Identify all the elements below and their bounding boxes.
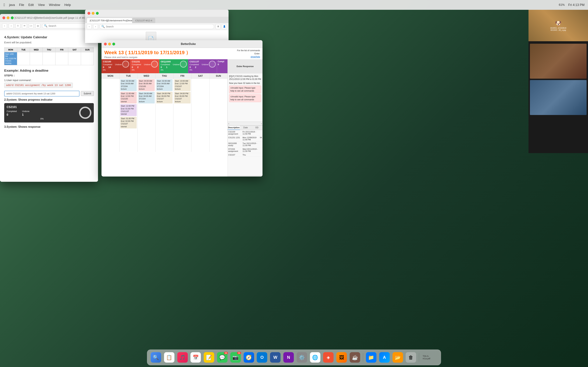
messages-badge: 16 — [224, 352, 228, 354]
dock-item-notes[interactable]: 📝 — [203, 351, 215, 363]
right-panel-image: 🐶 464893_10150818601943...38_o.jpg — [528, 10, 588, 41]
cal-header-tue: TUE — [17, 47, 30, 52]
menu-file[interactable]: File — [19, 3, 24, 7]
dock-item-coffee[interactable]: ☕ — [349, 351, 361, 363]
dock-item-safari[interactable]: 🧭 — [243, 351, 255, 363]
event-st2334-tue-1: Start: 02:00 AM End: 04:00 AM ST2334 lec… — [120, 79, 137, 91]
task-desc-4: ST2334 assignment — [228, 147, 242, 153]
bd-minimize-btn[interactable] — [108, 43, 111, 45]
day-header-mon: MON — [102, 73, 120, 78]
dock-item-files2[interactable]: 📂 — [392, 351, 404, 363]
pencil-button[interactable]: ✏ — [22, 23, 27, 28]
dock-item-pdf[interactable]: T04-A-m1a.pdf — [421, 351, 438, 363]
cs1231-undone-val: 2 — [137, 66, 138, 68]
dock-item-word[interactable]: W — [269, 351, 281, 363]
dock-item-files[interactable]: 📁 — [365, 351, 377, 363]
duke-tab-date[interactable]: Date — [240, 126, 251, 130]
browser-fwd-btn[interactable]: › — [93, 24, 98, 29]
cal-header-sun: SUN — [81, 47, 94, 52]
browser-back-btn[interactable]: ‹ — [87, 24, 92, 29]
menu-edit[interactable]: Edit — [28, 3, 34, 7]
duke-tab-od[interactable]: OD — [251, 126, 262, 130]
menu-window[interactable]: Window — [49, 3, 60, 7]
browser-close-btn[interactable] — [87, 12, 90, 15]
event-cs2107-fri-2: Start: 04:00 PM End: 06:00 PM CS2107 lec… — [174, 92, 190, 104]
commands-link[interactable]: show/help — [237, 55, 260, 58]
duke-tab-description[interactable]: Description — [228, 126, 240, 130]
browser-share-btn[interactable]: ⬆ — [216, 24, 221, 29]
cs2113t-completed-label: Completed — [190, 63, 199, 66]
left-pdf-content: 4.System: Update Calendar Event will be … — [0, 30, 98, 182]
dock-item-trash[interactable]: 🗑 — [405, 351, 417, 363]
dock-item-facetime[interactable]: 📷 31 — [230, 351, 242, 363]
dock-item-git[interactable]: ◈ — [322, 351, 334, 363]
calendar-icon: 📅 — [190, 352, 201, 363]
task-date-2: Mon 12/08/2019 11:59 PM — [242, 136, 259, 142]
browser-window: [CS2113T-T09-4][Entertainment-Pro]Develo… — [85, 10, 229, 43]
event-start: Start: 04:00 PM — [157, 92, 172, 95]
menu-app-name[interactable]: java — [9, 3, 15, 7]
dock-item-finder[interactable]: 🔍 — [150, 351, 162, 363]
dock-item-chrome[interactable]: 🌐 — [309, 351, 321, 363]
cal-header-wed: WED — [30, 47, 43, 52]
event-start: Start: 02:00 AM — [157, 80, 172, 82]
right-panel-thumb-1 — [530, 44, 587, 79]
browser-minimize-btn[interactable] — [92, 12, 95, 15]
day-col-thu: Start: 02:00 AM End: 04:00 AM ST2334 lec… — [156, 78, 173, 152]
duke-scroll-nav: ‹ › — [228, 122, 262, 125]
zoom-button[interactable]: ⇧ — [15, 23, 20, 28]
cs2113t-undone-val: 2 — [195, 66, 196, 68]
browser-person-btn[interactable]: 👤 — [222, 24, 227, 29]
table-row: ST2334 assignment Wed 20/11/2019 - 11:59… — [228, 147, 262, 153]
event-st2334-thu: Start: 02:00 AM End: 04:00 AM ST2334 lec… — [156, 79, 173, 91]
duke-msg-1: [E][✗] CS2101 meeting by Mon 25/11/2019 … — [229, 75, 261, 81]
dock-item-appstore[interactable]: A — [379, 351, 390, 363]
bookmark-button[interactable]: ◎ — [35, 23, 40, 28]
back-button[interactable]: ‹ — [2, 23, 7, 28]
bd-maximize-btn[interactable] — [112, 43, 115, 45]
day-col-fri: Start: 10:00 AM End: 12:00 PM CS2107 lec… — [173, 78, 191, 152]
task-desc-3: GEQ1000 essay — [228, 142, 242, 147]
menu-view[interactable]: View — [38, 3, 45, 7]
bd-main: CS2100 Completed Undone 0 14 0% — [102, 59, 262, 176]
event-end: End: 12:00 PM — [121, 95, 136, 98]
duke-scroll-right[interactable]: › — [261, 122, 262, 125]
cs2113t-undone-label: Undone — [202, 63, 208, 66]
menu-bar:  java File Edit View Window Help 61% Fr… — [0, 0, 588, 10]
task-od-5 — [259, 153, 262, 157]
duke-scroll-right-bottom[interactable]: › — [261, 176, 262, 176]
dock: 🔍 📋 🎵 📅 📝 — [147, 350, 441, 365]
bd-close-btn[interactable] — [104, 43, 107, 45]
section-adding-deadline-title: Example: Adding a deadline — [4, 69, 94, 73]
browser-maximize-btn[interactable] — [96, 12, 99, 15]
dock-item-messages[interactable]: 💬 16 — [216, 351, 228, 363]
dock-item-calendar[interactable]: 📅 — [190, 351, 202, 363]
dock-item-outlook[interactable]: O — [256, 351, 268, 363]
submit-button-left[interactable]: Submit — [81, 91, 94, 96]
event-cs2107-fri-1: Start: 10:00 AM End: 12:00 PM CS2107 lec… — [174, 79, 190, 91]
onenote-icon: N — [283, 352, 294, 363]
dock-item-reminders[interactable]: 📋 — [163, 351, 175, 363]
left-pdf-toolbar: ‹ › ⇧ ✏ □↑ ◎ 🔍 — [0, 22, 98, 30]
browser-tab-1[interactable]: [CS2113T-T09-4][Entertainment-Pro]Develo… — [87, 18, 132, 23]
event-type: lecture — [139, 100, 154, 103]
dock-item-preview[interactable]: 🖼 — [336, 351, 347, 363]
undone-value: 1 — [22, 113, 29, 117]
duke-bottom-scroll-nav: ‹ › — [228, 175, 262, 176]
forward-button[interactable]: › — [9, 23, 14, 28]
share-button[interactable]: □↑ — [29, 23, 34, 28]
menu-help[interactable]: Help — [64, 3, 71, 7]
coffee-icon: ☕ — [350, 352, 360, 363]
dock-item-itunes[interactable]: 🎵 — [177, 351, 189, 363]
apple-logo-icon[interactable]:  — [3, 3, 5, 7]
browser-tab-2[interactable]: CS2113T-W12-4 — [132, 18, 155, 23]
cs2113t-extra-val: 0 — [218, 63, 227, 66]
left-pdf-window: [CS2113T-W12-4][BetterDuke]UserGuide.pdf… — [0, 14, 98, 182]
dock-item-sysprefs[interactable]: ⚙️ — [296, 351, 308, 363]
event-cs2113t-tue: Start: 12:00 PM End: 01:00 PM CS2113T tu… — [120, 104, 137, 116]
dock-item-onenote[interactable]: N — [283, 351, 294, 363]
table-row: CS2107 Thu — [228, 153, 262, 157]
browser-search-input[interactable] — [106, 25, 212, 28]
cs2113t-completed-val: 0 — [190, 66, 191, 68]
module-headers-row: CS2100 Completed Undone 0 14 0% — [102, 59, 262, 73]
